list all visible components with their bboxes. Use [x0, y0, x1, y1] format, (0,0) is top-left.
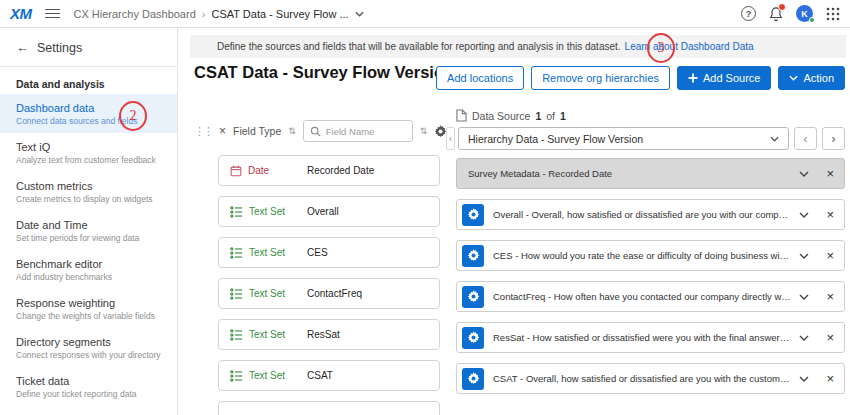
calendar-icon: [230, 165, 242, 177]
source-row-overall[interactable]: Overall - Overall, how satisfied or diss…: [456, 199, 845, 230]
clear-icon[interactable]: ×: [219, 125, 226, 137]
info-banner: Define the sources and fields that will …: [190, 35, 846, 58]
chevron-down-icon[interactable]: [799, 212, 809, 218]
sidebar-item-desc: Connect responses with your directory: [16, 350, 161, 360]
prev-source-button[interactable]: ‹: [794, 127, 817, 150]
remove-field-icon[interactable]: ×: [826, 249, 834, 262]
field-row-partial[interactable]: [218, 401, 440, 415]
source-row-text: ResSat - How satisfied or dissatisfied w…: [493, 332, 799, 343]
add-source-button[interactable]: Add Source: [677, 66, 771, 90]
back-to-settings[interactable]: ← Settings: [0, 28, 177, 66]
action-dropdown-button[interactable]: Action: [778, 66, 845, 90]
sidebar-item-benchmark-editor[interactable]: Benchmark editor Add industry benchmarks: [0, 250, 177, 289]
field-settings-gear-icon[interactable]: [462, 327, 484, 349]
field-settings-gear-icon[interactable]: [462, 204, 484, 226]
sidebar-item-text-iq[interactable]: Text iQ Analyze text from customer feedb…: [0, 133, 177, 172]
hamburger-menu-icon[interactable]: [45, 9, 60, 19]
field-row-ces[interactable]: Text Set CES: [218, 237, 440, 268]
sort-field-name-icon[interactable]: ⇅: [420, 126, 428, 136]
chevron-down-icon[interactable]: [355, 11, 364, 17]
field-settings-gear-icon[interactable]: [462, 286, 484, 308]
source-dropdown[interactable]: Hierarchy Data - Survey Flow Version: [458, 127, 789, 150]
sidebar-item-response-weighting[interactable]: Response weighting Change the weights of…: [0, 289, 177, 328]
of-label: of: [546, 110, 555, 122]
remove-field-icon[interactable]: ×: [826, 331, 834, 344]
source-row-text: ContactFreq - How often have you contact…: [493, 291, 799, 302]
text-set-icon: [230, 370, 243, 382]
remove-org-hierarchies-label: Remove org hierarchies: [542, 72, 659, 84]
chevron-down-icon[interactable]: [799, 171, 809, 177]
action-label: Action: [803, 72, 834, 84]
remove-field-icon[interactable]: ×: [826, 372, 834, 385]
source-row-ressat[interactable]: ResSat - How satisfied or dissatisfied w…: [456, 322, 845, 353]
field-name-label: Overall: [307, 206, 339, 217]
app-grid-icon[interactable]: [826, 7, 840, 21]
field-name-search: [303, 120, 413, 142]
learn-about-dashboard-data-link[interactable]: Learn about Dashboard Data: [625, 41, 754, 52]
chevron-down-icon[interactable]: [799, 294, 809, 300]
field-type-label: Text Set: [249, 247, 285, 258]
data-source-label: Data Source: [472, 110, 530, 122]
sidebar-item-custom-metrics[interactable]: Custom metrics Create metrics to display…: [0, 172, 177, 211]
field-row-contactfreq[interactable]: Text Set ContactFreq: [218, 278, 440, 309]
chevron-down-icon[interactable]: [799, 335, 809, 341]
document-icon: [456, 109, 467, 122]
notifications-bell-icon[interactable]: [769, 6, 783, 22]
remove-field-icon[interactable]: ×: [826, 208, 834, 221]
breadcrumb-root[interactable]: CX Hierarchy Dashboard: [74, 8, 196, 20]
field-row-csat[interactable]: Text Set CSAT: [218, 360, 440, 391]
chevron-down-icon: [789, 75, 798, 81]
sidebar-item-ticket-data[interactable]: Ticket data Define your ticket reporting…: [0, 367, 177, 406]
page-current: 1: [535, 110, 541, 122]
field-settings-gear-icon[interactable]: [462, 245, 484, 267]
source-row-recorded-date[interactable]: Survey Metadata - Recorded Date ×: [456, 158, 845, 189]
avatar-initial: K: [801, 9, 808, 19]
field-row-ressat[interactable]: Text Set ResSat: [218, 319, 440, 350]
notification-badge: [778, 3, 786, 11]
action-buttons: Add locations Remove org hierarchies Add…: [436, 66, 845, 90]
annotation-circle-2: 2: [119, 101, 147, 131]
source-row-ces[interactable]: CES - How would you rate the ease or dif…: [456, 240, 845, 271]
sidebar-item-directory-segments[interactable]: Directory segments Connect responses wit…: [0, 328, 177, 367]
field-row-recorded-date[interactable]: Date Recorded Date: [218, 155, 440, 186]
settings-sidebar: ← Settings Data and analysis Dashboard d…: [0, 28, 178, 415]
field-name-label: ResSat: [307, 329, 340, 340]
drag-handle-icon[interactable]: ⋮⋮: [194, 125, 212, 138]
sidebar-item-desc: Add industry benchmarks: [16, 272, 161, 282]
field-settings-gear-icon[interactable]: [462, 368, 484, 390]
topbar: XM CX Hierarchy Dashboard › CSAT Data - …: [0, 0, 850, 28]
remove-field-icon[interactable]: ×: [826, 167, 834, 180]
sidebar-item-label: Custom metrics: [16, 180, 161, 192]
remove-field-icon[interactable]: ×: [826, 290, 834, 303]
help-icon[interactable]: ?: [741, 6, 756, 21]
source-row-text: Overall - Overall, how satisfied or diss…: [493, 209, 799, 220]
remove-org-hierarchies-button[interactable]: Remove org hierarchies: [531, 66, 670, 90]
next-source-button[interactable]: ›: [822, 127, 845, 150]
sidebar-item-date-and-time[interactable]: Date and Time Set time periods for viewi…: [0, 211, 177, 250]
chevron-down-icon[interactable]: [799, 376, 809, 382]
field-type-label: Text Set: [249, 206, 285, 217]
section-data-and-analysis: Data and analysis: [0, 69, 177, 94]
breadcrumb-current[interactable]: CSAT Data - Survey Flow ...: [211, 8, 348, 20]
field-type-label: Text Set: [249, 370, 285, 381]
sidebar-item-desc: Set time periods for viewing data: [16, 233, 161, 243]
plus-icon: [688, 73, 698, 83]
text-set-icon: [230, 206, 243, 218]
chevron-down-icon[interactable]: [799, 253, 809, 259]
add-locations-label: Add locations: [447, 72, 513, 84]
source-row-text: CSAT - Overall, how satisfied or dissati…: [493, 373, 799, 384]
add-locations-button[interactable]: Add locations: [436, 66, 524, 90]
sort-field-type-icon[interactable]: ⇅: [288, 126, 296, 136]
source-row-csat[interactable]: CSAT - Overall, how satisfied or dissati…: [456, 363, 845, 394]
avatar[interactable]: K: [796, 5, 813, 22]
text-set-icon: [230, 329, 243, 341]
field-name-search-input[interactable]: [326, 126, 398, 137]
panel-collapse-handle[interactable]: ‹: [446, 127, 455, 150]
sidebar-item-label: Benchmark editor: [16, 258, 161, 270]
field-row-overall[interactable]: Text Set Overall: [218, 196, 440, 227]
sidebar-item-dashboard-data[interactable]: Dashboard data Connect data sources and …: [0, 94, 177, 133]
source-row-contactfreq[interactable]: ContactFreq - How often have you contact…: [456, 281, 845, 312]
sidebar-item-label: Date and Time: [16, 219, 161, 231]
sidebar-item-desc: Create metrics to display on widgets: [16, 194, 161, 204]
sidebar-item-desc: Analyze text from customer feedback: [16, 155, 161, 165]
